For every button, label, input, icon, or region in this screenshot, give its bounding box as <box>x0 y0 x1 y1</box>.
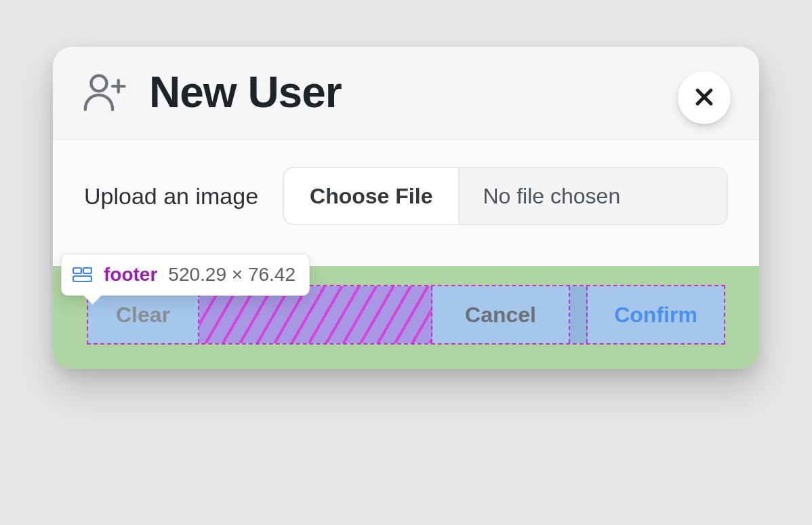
dialog-title: New User <box>149 67 342 117</box>
clear-button-label: Clear <box>116 303 170 328</box>
close-icon <box>693 85 716 111</box>
cancel-button-label: Cancel <box>465 303 536 328</box>
user-add-icon <box>81 72 130 113</box>
svg-point-0 <box>91 76 106 92</box>
close-button[interactable] <box>678 71 731 124</box>
upload-label: Upload an image <box>84 183 258 210</box>
tooltip-element-dimensions: 520.29 × 76.42 <box>168 264 296 286</box>
new-user-dialog: New User Upload an image Choose File No … <box>53 47 759 369</box>
file-status: No file chosen <box>460 168 727 224</box>
confirm-button-label: Confirm <box>614 303 697 328</box>
confirm-button[interactable]: Confirm <box>588 286 724 343</box>
stage: New User Upload an image Choose File No … <box>0 0 812 525</box>
svg-rect-6 <box>83 268 92 273</box>
svg-rect-7 <box>73 276 92 281</box>
dialog-header: New User <box>53 47 759 139</box>
devtools-element-tooltip: footer 520.29 × 76.42 <box>61 254 310 296</box>
tooltip-element-name: footer <box>104 264 157 286</box>
footer-button-gap <box>570 286 588 343</box>
flex-container-icon <box>73 267 93 283</box>
footer-right-group: Cancel Confirm <box>432 286 724 343</box>
cancel-button[interactable]: Cancel <box>432 286 570 343</box>
dialog-body: Upload an image Choose File No file chos… <box>53 139 759 266</box>
svg-rect-5 <box>73 268 81 273</box>
file-input[interactable]: Choose File No file chosen <box>283 167 728 225</box>
choose-file-button[interactable]: Choose File <box>284 168 460 224</box>
